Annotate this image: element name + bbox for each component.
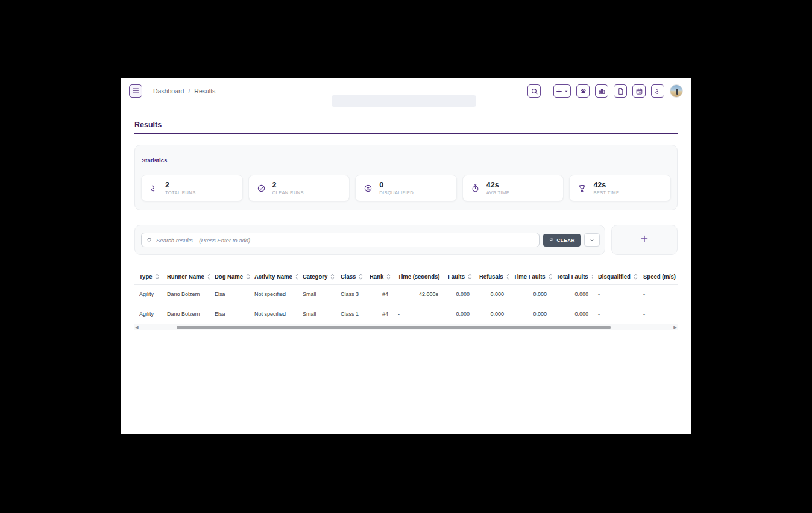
column-header-refusals[interactable]: Refusals: [474, 269, 509, 285]
stat-label: BEST TIME: [593, 190, 619, 195]
column-label: Faults: [448, 273, 465, 280]
sort-icon: [549, 274, 552, 280]
cell-runner-name: Dario Bolzern: [162, 304, 210, 324]
filter-clear-icon: [549, 237, 554, 244]
breadcrumb: Dashboard/Results: [153, 87, 215, 95]
plus-icon: [640, 234, 649, 246]
column-header-faults[interactable]: Faults: [443, 269, 474, 285]
stat-value: 2: [272, 181, 304, 190]
top-bar-actions: [527, 84, 664, 98]
column-header-time-seconds[interactable]: Time (seconds): [393, 269, 443, 285]
breadcrumb-item-dashboard[interactable]: Dashboard: [153, 87, 184, 95]
column-header-class[interactable]: Class: [336, 269, 365, 285]
menu-button[interactable]: [129, 84, 142, 98]
cell-total-faults: 0.000: [552, 285, 593, 304]
bar-chart-icon: [598, 87, 606, 95]
dogs-button[interactable]: [576, 84, 590, 98]
column-header-rank[interactable]: Rank: [365, 269, 393, 285]
horizontal-scrollbar[interactable]: ◀ ▶: [134, 324, 678, 330]
cell-faults: 0.000: [443, 285, 474, 304]
table-row[interactable]: AgilityDario BolzernElsaNot specifiedSma…: [134, 285, 678, 304]
stat-value: 2: [165, 181, 196, 190]
cell-speed-m-s: -: [638, 304, 678, 324]
column-label: Runner Name: [167, 273, 204, 280]
plus-icon: [555, 87, 563, 95]
table-header-row: TypeRunner NameDog NameActivity NameCate…: [134, 269, 678, 285]
screen-background: Dashboard/Results Results Statistics 2TO…: [0, 0, 812, 513]
column-header-category[interactable]: Category: [298, 269, 336, 285]
scrollbar-track[interactable]: [139, 324, 673, 330]
column-header-disqualified[interactable]: Disqualified: [593, 269, 638, 285]
column-label: Time (seconds): [398, 273, 440, 280]
toolbar-divider: [547, 87, 547, 95]
main-content: Results Statistics 2TOTAL RUNS2CLEAN RUN…: [121, 121, 691, 330]
chevron-down-icon: [589, 236, 595, 245]
cell-disqualified: -: [593, 304, 638, 324]
stat-card-best-time: 42sBEST TIME: [569, 175, 671, 201]
column-header-time-faults[interactable]: Time Faults: [509, 269, 552, 285]
filter-panel: CLEAR: [134, 225, 605, 255]
add-result-button[interactable]: [611, 225, 678, 255]
sort-icon: [295, 274, 298, 280]
statistics-button[interactable]: [595, 84, 608, 98]
filter-row: CLEAR: [134, 225, 678, 255]
cell-total-faults: 0.000: [552, 304, 593, 324]
cell-type: Agility: [134, 285, 162, 304]
search-box: [141, 233, 540, 247]
sort-icon: [386, 274, 391, 280]
sort-icon: [246, 274, 250, 280]
cell-disqualified: -: [593, 285, 638, 304]
stat-card-avg-time: 42sAVG TIME: [462, 175, 564, 201]
cell-category: Small: [298, 304, 336, 324]
statistics-cards: 2TOTAL RUNS2CLEAN RUNS0DISQUALIFIED42sAV…: [141, 175, 671, 201]
column-label: Disqualified: [598, 273, 631, 280]
x-circle-icon: [364, 184, 373, 193]
cell-refusals: 0.000: [474, 304, 509, 324]
clear-filters-button[interactable]: CLEAR: [543, 234, 581, 247]
column-label: Activity Name: [254, 273, 292, 280]
check-circle-icon: [257, 184, 266, 193]
search-icon: [530, 87, 538, 95]
stat-label: TOTAL RUNS: [165, 190, 196, 195]
stat-label: DISQUALIFIED: [379, 190, 414, 195]
scroll-right-arrow[interactable]: ▶: [673, 324, 678, 330]
scrollbar-thumb[interactable]: [177, 326, 611, 329]
route-icon: [654, 87, 662, 95]
documents-button[interactable]: [614, 84, 627, 98]
sort-icon: [506, 274, 509, 280]
filter-expand-button[interactable]: [584, 233, 600, 247]
table-row[interactable]: AgilityDario BolzernElsaNot specifiedSma…: [134, 304, 678, 324]
search-icon: [146, 237, 153, 243]
column-header-dog-name[interactable]: Dog Name: [210, 269, 250, 285]
cell-class: Class 1: [336, 304, 365, 324]
cell-time-faults: 0.000: [509, 304, 552, 324]
sort-icon: [634, 274, 638, 280]
stat-card-disqualified: 0DISQUALIFIED: [355, 175, 457, 201]
calendar-button[interactable]: [632, 84, 646, 98]
sort-icon: [591, 274, 593, 280]
stat-value: 0: [379, 181, 414, 190]
caret-down-icon: [563, 89, 569, 94]
cell-dog-name: Elsa: [210, 304, 250, 324]
clear-button-label: CLEAR: [556, 238, 575, 243]
user-avatar[interactable]: [670, 84, 683, 98]
sort-icon: [155, 274, 159, 280]
add-new-button[interactable]: [553, 84, 571, 98]
statistics-heading: Statistics: [142, 157, 671, 163]
column-header-runner-name[interactable]: Runner Name: [162, 269, 210, 285]
column-header-speed-m-s[interactable]: Speed (m/s): [638, 269, 678, 285]
document-icon: [617, 87, 625, 95]
column-header-type[interactable]: Type: [134, 269, 162, 285]
column-header-activity-name[interactable]: Activity Name: [250, 269, 298, 285]
stat-card-clean-runs: 2CLEAN RUNS: [248, 175, 350, 201]
cell-rank: #4: [365, 285, 393, 304]
search-button[interactable]: [527, 84, 541, 98]
column-label: Rank: [370, 273, 383, 280]
search-input[interactable]: [156, 237, 534, 244]
top-bar: Dashboard/Results: [121, 78, 691, 104]
column-header-total-faults[interactable]: Total Faults: [552, 269, 593, 285]
cell-time-seconds: -: [393, 304, 443, 324]
scroll-left-arrow[interactable]: ◀: [134, 324, 139, 330]
title-underline: [134, 133, 678, 134]
runs-button[interactable]: [651, 84, 664, 98]
